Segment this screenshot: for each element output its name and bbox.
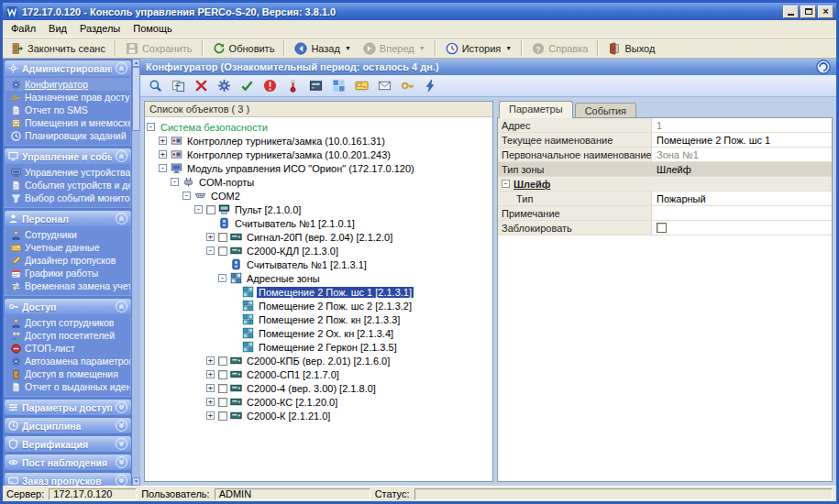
menu-item-3[interactable]: Помощь [127,21,179,36]
cfg-zones-button[interactable] [328,77,348,95]
sidebar-item-0-2[interactable]: Отчет по SMS [6,104,130,116]
tab-0[interactable]: Параметры [499,101,573,118]
chevron-up-icon[interactable] [116,62,127,74]
cfg-mail-button[interactable] [374,77,394,95]
sidebar-item-3-4[interactable]: Доступ в помещения [6,367,130,380]
sidebar-item-3-5[interactable]: Отчет о выданных идентиф... [6,380,130,393]
expand-icon[interactable]: + [206,233,215,241]
tree-row-17[interactable]: +С2000-КПБ (вер. 2.01) [2.1.6.0] [147,354,491,367]
tab-1[interactable]: События [575,103,636,118]
tree-checkbox[interactable] [218,233,227,242]
menu-item-2[interactable]: Разделы [73,21,127,36]
sidebar-item-1-2[interactable]: Выбор событий мониторинга [6,192,130,204]
tree-checkbox[interactable] [218,247,227,256]
grid-row-7[interactable]: Заблокировать [498,221,832,236]
cfg-thermometer-button[interactable] [282,77,303,95]
grid-value[interactable]: Зона №1 [652,148,832,161]
grid-value[interactable]: 1 [652,118,832,132]
tree-row-16[interactable]: Помещение 2 Геркон [2.1.3.5] [147,340,491,354]
chevron-down-icon[interactable] [116,438,127,450]
tree-row-14[interactable]: Помещение 2 Пож. кн [2.1.3.3] [147,312,491,326]
sidebar-item-2-4[interactable]: Временная замена учетных ... [6,279,130,292]
tree-checkbox[interactable] [218,411,227,421]
sidebar-item-3-0[interactable]: Доступ сотрудников [6,316,130,329]
sidebar-section-header-6[interactable]: Верификация [5,436,131,452]
tree-row-15[interactable]: Помещение 2 Ох. кн [2.1.3.4] [147,326,491,340]
cfg-card-button[interactable] [351,77,371,95]
grid-row-4[interactable]: -Шлейф [498,177,832,192]
collapse-icon[interactable]: - [218,274,226,282]
exit-button[interactable]: Выход [602,39,660,58]
cfg-panel-button[interactable] [305,77,326,95]
minimize-button[interactable] [783,5,799,18]
grid-row-0[interactable]: Адрес1 [498,118,832,133]
tree-checkbox[interactable] [218,370,227,379]
chevron-down-icon[interactable] [116,401,127,413]
scroll-down-icon[interactable]: ▼ [132,477,140,486]
tree-checkbox[interactable] [206,205,215,214]
sidebar-item-0-1[interactable]: Назначение прав доступа о... [6,91,130,104]
collapse-icon[interactable]: - [159,164,167,172]
cfg-check-button[interactable] [237,77,257,95]
sidebar-item-2-3[interactable]: Графики работы [6,267,130,279]
expand-icon[interactable]: + [206,370,215,378]
sidebar-section-header-8[interactable]: Заказ пропусков [5,473,131,486]
chevron-up-icon[interactable] [116,301,127,312]
sidebar-item-1-1[interactable]: События устройств и дейст... [6,179,130,192]
sidebar-item-2-0[interactable]: Сотрудники [6,228,130,241]
collapse-icon[interactable]: - [171,178,179,186]
back-button[interactable]: Назад▼ [289,39,356,58]
scroll-up-icon[interactable]: ▲ [132,59,140,67]
sidebar-section-header-1[interactable]: Управление и события [5,148,131,164]
expand-icon[interactable]: + [206,356,215,365]
logout-button[interactable]: Закончить сеанс [6,39,111,58]
grid-value[interactable] [652,221,832,235]
grid-row-6[interactable]: Примечание [498,206,832,221]
tree-row-7[interactable]: Считыватель №1 [2.1.0.1] [147,216,491,230]
tree-row-19[interactable]: +С2000-4 (вер. 3.00) [2.1.8.0] [147,381,491,395]
chevron-down-icon[interactable] [116,420,127,432]
cfg-settings-button[interactable] [214,77,234,95]
cfg-alert-button[interactable] [259,77,280,95]
sidebar-section-header-5[interactable]: Дисциплина [5,418,131,433]
cfg-delete-button[interactable] [191,77,211,95]
tree-row-1[interactable]: +Контроллер турникета/замка (10.0.161.31… [147,134,491,148]
blocked-checkbox[interactable] [657,223,667,233]
history-button[interactable]: История▼ [440,39,518,58]
sidebar-item-0-0[interactable]: Конфигуратор [6,78,130,91]
collapse-icon[interactable]: - [206,247,215,255]
cfg-transfer-button[interactable] [168,77,188,95]
sidebar-item-3-1[interactable]: Доступ посетителей [6,329,130,342]
maximize-button[interactable] [800,5,816,18]
tree-checkbox[interactable] [218,384,227,393]
grid-value[interactable]: Пожарный [652,192,832,205]
sidebar-item-3-2[interactable]: СТОП-лист [6,342,130,355]
refresh-button[interactable]: Обновить [207,39,281,58]
menu-item-1[interactable]: Вид [42,21,73,36]
cfg-wizard-button[interactable] [420,77,440,95]
expand-icon[interactable]: + [206,411,215,420]
tree-row-0[interactable]: -Система безопасности [147,120,491,134]
collapse-icon[interactable]: - [194,205,203,214]
chevron-down-icon[interactable] [116,475,127,486]
tree-row-12[interactable]: Помещение 2 Пож. шс 1 [2.1.3.1] [147,285,491,299]
grid-row-5[interactable]: ТипПожарный [498,192,832,206]
tree-checkbox[interactable] [218,398,227,407]
grid-value[interactable]: Шлейф [652,162,832,176]
expand-icon[interactable]: + [159,137,167,145]
cfg-key-button[interactable] [397,77,417,95]
sidebar-item-0-3[interactable]: Помещения и мнемосхема [6,116,130,129]
sidebar-section-header-3[interactable]: Доступ [5,299,131,314]
sidebar-section-header-2[interactable]: Персонал [5,211,131,226]
sidebar-section-header-0[interactable]: Администрирование [5,60,131,76]
sidebar-item-1-0[interactable]: Управление устройствами и... [6,166,130,179]
tree-row-3[interactable]: -Модуль управления ИСО "Орион" (172.17.0… [147,161,491,175]
scrollbar-thumb[interactable] [132,67,140,131]
sidebar-item-0-4[interactable]: Планировщик заданий [6,129,130,142]
collapse-icon[interactable]: - [182,192,191,200]
grid-value[interactable] [652,206,832,220]
collapse-icon[interactable]: - [147,123,155,131]
expand-icon[interactable]: + [206,398,215,406]
tree-row-11[interactable]: -Адресные зоны [147,271,491,285]
tree-row-20[interactable]: +С2000-КС [2.1.20.0] [147,395,491,409]
